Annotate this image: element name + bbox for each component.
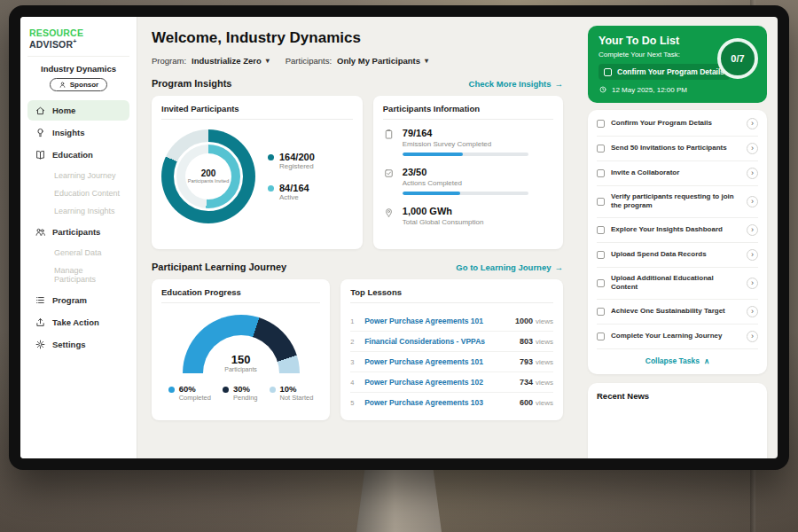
sidebar-item-participants[interactable]: Participants <box>27 222 129 242</box>
checkbox[interactable] <box>597 251 605 259</box>
card-title: Invited Participants <box>161 104 353 120</box>
chevron-right-icon[interactable]: › <box>747 224 758 236</box>
chevron-right-icon[interactable]: › <box>747 168 758 179</box>
dashboard-screen: RESOURCE ADVISOR+ Industry Dynamics Spon… <box>20 17 778 458</box>
lesson-link[interactable]: Power Purchase Agreements 101 <box>364 317 508 325</box>
checkbox[interactable] <box>597 169 605 177</box>
checkbox[interactable] <box>597 279 605 287</box>
chevron-right-icon[interactable]: › <box>747 143 758 154</box>
task-row[interactable]: Confirm Your Program Details › <box>597 112 758 137</box>
legend-dot <box>268 154 274 160</box>
logo-text-advisor: ADVISOR <box>29 39 73 50</box>
checkbox[interactable] <box>597 198 605 206</box>
learning-journey-header: Participant Learning Journey Go to Learn… <box>152 262 563 272</box>
lesson-link[interactable]: Power Purchase Agreements 102 <box>364 378 512 387</box>
sidebar-item-label: Insights <box>52 128 84 137</box>
sidebar-item-take-action[interactable]: Take Action <box>27 312 129 332</box>
monitor-bezel: RESOURCE ADVISOR+ Industry Dynamics Spon… <box>9 5 789 470</box>
next-task-row[interactable]: Confirm Your Program Details <box>598 64 730 80</box>
chevron-right-icon[interactable]: › <box>747 306 758 317</box>
todo-task-list: Confirm Your Program Details › Send 50 I… <box>588 110 767 374</box>
recent-news-card: Recent News <box>588 383 767 458</box>
task-row[interactable]: Verify participants requesting to join t… <box>597 186 758 218</box>
program-filter-label: Program: <box>152 56 186 66</box>
checkbox[interactable] <box>597 332 605 340</box>
program-filter-dropdown[interactable]: Industrialize Zero ▾ <box>192 56 270 66</box>
invited-donut-inner: 200 Participants Invited <box>174 142 243 211</box>
sidebar-item-learning-insights[interactable]: Learning Insights <box>27 202 129 220</box>
task-row[interactable]: Achieve One Sustainability Target › <box>597 300 758 325</box>
checkbox[interactable] <box>597 308 605 316</box>
check-more-insights-link[interactable]: Check More Insights → <box>469 79 563 89</box>
info-row-actions: 23/50 Actions Completed <box>383 167 553 195</box>
top-lessons-card: Top Lessons 1 Power Purchase Agreements … <box>340 279 563 420</box>
chevron-right-icon[interactable]: › <box>747 196 758 207</box>
arrow-right-icon: → <box>555 79 564 89</box>
sidebar-item-label: Participants <box>52 227 100 237</box>
donut-legend: 164/200 Registered 84/164 Active <box>268 152 315 201</box>
lesson-link[interactable]: Power Purchase Agreements 103 <box>364 398 512 407</box>
checkbox[interactable] <box>597 226 605 234</box>
sidebar-item-label: Home <box>52 106 75 115</box>
list-icon <box>35 294 46 306</box>
logo-plus: + <box>73 38 76 44</box>
legend-item-active: 84/164 Active <box>268 183 315 201</box>
task-row[interactable]: Explore Your Insights Dashboard › <box>597 218 758 243</box>
app-logo: RESOURCE ADVISOR+ <box>27 26 129 57</box>
legend-dot <box>268 185 274 192</box>
task-row[interactable]: Upload Spend Data Records › <box>597 243 758 268</box>
task-row[interactable]: Complete Your Learning Journey › <box>597 325 758 349</box>
chevron-right-icon[interactable]: › <box>747 249 758 261</box>
sidebar-item-label: Program <box>52 295 87 305</box>
sidebar-item-general-data[interactable]: General Data <box>27 244 129 262</box>
checkbox[interactable] <box>597 145 605 153</box>
lesson-link[interactable]: Financial Considerations - VPPAs <box>364 337 512 346</box>
task-row[interactable]: Upload Additional Educational Content › <box>597 268 758 300</box>
card-title: Education Progress <box>161 287 320 303</box>
todo-panel: Your To Do List Complete Your Next Task:… <box>577 17 778 458</box>
invited-participants-donut: 200 Participants Invited <box>161 129 255 223</box>
go-to-learning-journey-link[interactable]: Go to Learning Journey → <box>456 262 563 272</box>
chevron-up-icon: ∧ <box>704 356 709 365</box>
chevron-right-icon[interactable]: › <box>747 331 758 342</box>
card-title: Participants Information <box>383 104 553 120</box>
gauge-center-label: 150 Participants <box>183 353 300 372</box>
upload-icon <box>35 317 46 328</box>
participants-filter-value: Only My Participants <box>337 56 420 66</box>
sidebar-item-learning-journey[interactable]: Learning Journey <box>27 167 129 184</box>
bulb-icon <box>35 127 46 138</box>
participants-filter-dropdown[interactable]: Only My Participants ▾ <box>337 56 428 66</box>
clipboard-icon <box>383 129 395 156</box>
checkbox[interactable] <box>597 120 605 128</box>
program-insights-header: Program Insights Check More Insights → <box>152 78 563 89</box>
book-icon <box>35 149 46 160</box>
lesson-row: 3 Power Purchase Agreements 101 793views <box>350 352 553 372</box>
task-row[interactable]: Send 50 Invitations to Participants › <box>597 137 758 161</box>
checkbox[interactable] <box>604 68 612 76</box>
sidebar-item-insights[interactable]: Insights <box>27 122 129 143</box>
sidebar-item-program[interactable]: Program <box>27 290 129 310</box>
chevron-right-icon[interactable]: › <box>747 118 758 129</box>
clock-icon <box>598 85 607 94</box>
program-filter-value: Industrialize Zero <box>192 56 262 66</box>
legend-item-registered: 164/200 Registered <box>268 152 315 170</box>
sidebar-item-manage-participants[interactable]: Manage Participants <box>27 262 129 288</box>
filter-bar: Program: Industrialize Zero ▾ Participan… <box>152 56 563 66</box>
sidebar-item-education[interactable]: Education <box>27 145 129 165</box>
recent-news-title: Recent News <box>597 391 758 401</box>
person-icon <box>59 81 66 89</box>
check-square-icon <box>383 168 395 195</box>
sidebar-item-label: Education <box>52 150 93 160</box>
lesson-row: 2 Financial Considerations - VPPAs 803vi… <box>350 332 553 352</box>
sidebar-item-settings[interactable]: Settings <box>27 334 129 355</box>
info-row-consumption: 1,000 GWh Total Global Consumption <box>383 206 553 231</box>
link-label: Go to Learning Journey <box>456 262 551 272</box>
people-icon <box>35 226 46 238</box>
sidebar-item-education-content[interactable]: Education Content <box>27 184 129 202</box>
collapse-tasks-link[interactable]: Collapse Tasks ∧ <box>597 349 758 372</box>
sponsor-badge-label: Sponsor <box>70 81 98 89</box>
chevron-right-icon[interactable]: › <box>747 278 758 289</box>
lesson-link[interactable]: Power Purchase Agreements 101 <box>364 357 512 366</box>
task-row[interactable]: Invite a Collaborator › <box>597 161 758 186</box>
sidebar-item-home[interactable]: Home <box>27 100 129 121</box>
